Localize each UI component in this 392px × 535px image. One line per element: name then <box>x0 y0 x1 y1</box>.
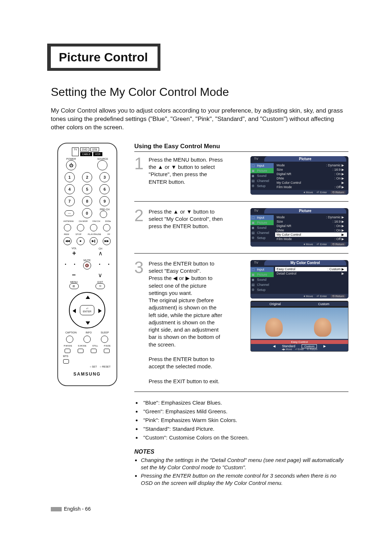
osd-tv-label: TV <box>250 260 262 266</box>
play-label: PLAY/PAUSE <box>88 233 101 235</box>
osd-side-channel: ▤Channel <box>250 282 274 287</box>
info-label: INFO <box>86 331 92 334</box>
osd-side-picture: ▣Picture <box>250 272 274 277</box>
num-7: 7 <box>65 196 75 206</box>
preview-original-image <box>251 308 299 339</box>
section-subhead: Using the Easy Control Menu <box>134 143 348 152</box>
nav-up-icon <box>86 296 90 299</box>
osd-sidebar: ⬚Input ▣Picture ◉Sound ▤Channel ⚙Setup <box>250 214 274 242</box>
osd-row: Mode <box>277 215 285 219</box>
step-text: Press the ENTER button to select "Easy C… <box>149 260 225 385</box>
note-item: Changing the settings in the "Detail Con… <box>141 457 348 471</box>
osd-side-input: ⬚Input <box>250 267 274 272</box>
osd-side-channel: ▤Channel <box>250 178 274 183</box>
step-text: Press the ▲ or ▼ button to select "My Co… <box>149 208 225 247</box>
color-mode-list: "Blue": Emphasizes Clear Blues. "Green":… <box>136 398 348 442</box>
osd-sidebar: ⬚Input ▣Picture ◉Sound ▤Channel ⚙Setup <box>250 266 274 294</box>
remote-vcr: VCR <box>93 152 102 156</box>
pmode-button <box>65 349 70 353</box>
osd-row: My Color Control <box>277 181 301 185</box>
num-1: 1 <box>65 172 75 182</box>
exit-button: ⟲ <box>95 283 105 289</box>
source-label: SOURCE <box>97 158 108 160</box>
source-button <box>97 160 107 170</box>
num-5: 5 <box>82 184 92 194</box>
antenna-label: ANTENNA <box>63 220 74 222</box>
osd-side-sound: ◉Sound <box>250 225 274 230</box>
nav-ring: ⏎ENTER <box>69 292 105 328</box>
nav-left-icon <box>73 309 76 313</box>
num-2: 2 <box>82 172 92 182</box>
remote-tv-label: TV <box>72 147 79 156</box>
mute-label: MUTE <box>83 259 91 262</box>
osd-screenshot-1: TVPicture ⬚Input ▣Picture ◉Sound ▤Channe… <box>250 156 348 195</box>
mute-button: 🔇 <box>83 262 91 269</box>
pmode-label: P.MODE <box>64 345 72 347</box>
osd-heading: Picture <box>264 208 346 214</box>
osd-side-picture: ▣Picture <box>250 220 274 225</box>
note-item: Pressing the ENTER button on the remote … <box>141 472 348 486</box>
page-title: Setting the My Color Control Mode <box>51 85 348 99</box>
favch-button <box>90 224 97 231</box>
still-label: STILL <box>92 345 98 347</box>
osd-row: Digital NR <box>277 172 291 176</box>
chmgr-label: CH.MGR <box>79 220 87 222</box>
stop-button: ■ <box>77 237 85 245</box>
preview-option-standard: Standard <box>282 344 295 348</box>
preview-right-label: Custom <box>299 302 348 306</box>
osd-side-input: ⬚Input <box>250 163 274 168</box>
brand-logo: SAMSUNG <box>61 372 114 377</box>
chapter-heading: Picture Control <box>47 44 160 71</box>
vol-up-icon: + <box>72 250 77 257</box>
osd-row: DNIe <box>277 228 284 232</box>
num-6: 6 <box>99 184 110 194</box>
mts-button <box>63 359 69 364</box>
num-8: 8 <box>82 196 92 206</box>
step-1: 1 Press the MENU button. Press the ▲ or … <box>134 156 348 202</box>
osd-side-channel: ▤Channel <box>250 230 274 235</box>
rew-button: ◀◀ <box>64 237 72 245</box>
smode-label: S.MODE <box>78 345 86 347</box>
num-9: 9 <box>99 196 110 206</box>
stop-label: STOP <box>75 233 81 235</box>
right-arrow-icon: ▶ <box>323 344 326 348</box>
menu-label: MENU <box>69 281 79 283</box>
osd-footer: ♦ Move⏎ Enter⟲ Return <box>250 294 348 299</box>
enter-button: ⏎ENTER <box>80 305 94 315</box>
notes-heading: NOTES <box>134 449 348 455</box>
osd-row: Digital NR <box>277 224 291 228</box>
vol-label: VOL <box>72 247 77 250</box>
preview-custom-image <box>299 308 348 339</box>
vol-down-icon: − <box>72 271 76 279</box>
osd-row: Film Mode <box>277 237 292 241</box>
remote-cable: CABLE <box>80 152 92 156</box>
osd-side-sound: ◉Sound <box>250 173 274 178</box>
nav-down-icon <box>86 321 90 325</box>
dnse-button <box>103 224 110 231</box>
list-item: "Standard": Standard Picture. <box>136 425 348 433</box>
page-footer: English - 66 <box>51 506 91 512</box>
caption-button <box>66 336 73 343</box>
osd-row-highlighted: My Color Control <box>277 233 301 236</box>
sleep-button <box>101 336 108 343</box>
preview-screenshot: Original Custom Easy Control ◀ Standard … <box>250 301 348 352</box>
list-item: "Custom": Customise Colors on the Screen… <box>136 433 348 442</box>
osd-side-sound: ◉Sound <box>250 277 274 282</box>
nav-right-icon <box>98 309 102 313</box>
smode-button <box>78 349 83 353</box>
osd-tv-label: TV <box>250 156 262 162</box>
osd-side-input: ⬚Input <box>250 215 274 220</box>
ch-up-icon: ∧ <box>98 250 103 257</box>
remote-dvd: DVD <box>80 147 89 151</box>
osd-tv-label: TV <box>250 208 262 214</box>
step-number: 1 <box>134 156 144 195</box>
osd-side-setup: ⚙Setup <box>250 287 274 292</box>
osd-footer: ♦ Move⏎ Enter⟲ Return <box>250 190 348 195</box>
osd-screenshot-2: TVPicture ⬚Input ▣Picture ◉Sound ▤Channe… <box>250 208 348 247</box>
favch-label: FAV.CH <box>93 220 100 222</box>
num-0: 0 <box>82 208 92 218</box>
preview-bar: Easy Control ◀ Standard Custom ▶ ◀▶ Move… <box>251 339 348 351</box>
osd-row: Detail Control <box>277 272 297 275</box>
ff-button: ▶▶ <box>103 237 111 245</box>
step-number: 2 <box>134 208 144 247</box>
